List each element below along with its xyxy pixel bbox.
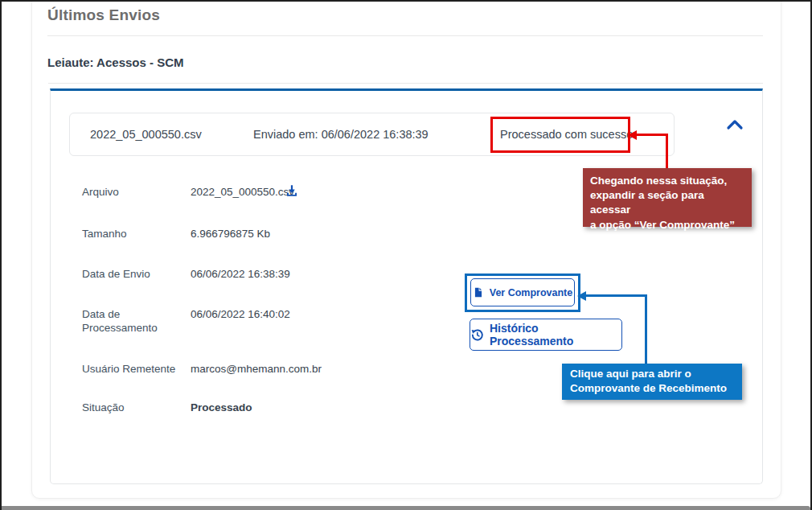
detail-value: marcos@mhemann.com.br [191,362,322,376]
layout-label: Leiaute: Acessos - SCM [47,56,184,69]
red-arrowhead [628,130,637,140]
divider-under-title [47,35,763,36]
view-receipt-button[interactable]: Ver Comprovante [470,278,575,306]
blue-callout-line: Comprovante de Recebimento [570,381,734,396]
page-title: Últimos Envios [47,6,160,24]
blue-arrow-line [585,294,647,297]
detail-label: Data de Processamento [82,307,187,335]
processing-history-button[interactable]: Histórico Processamento [470,319,622,351]
divider-under-layout [48,83,763,84]
detail-value: 6.966796875 Kb [191,227,270,241]
history-icon [470,328,484,342]
detail-label: Arquivo [82,185,187,199]
detail-label: Tamanho [82,227,187,241]
view-receipt-label: Ver Comprovante [490,287,573,298]
detail-value-status: Processado [191,401,252,414]
horizontal-scrollbar[interactable] [2,506,810,510]
chevron-up-icon[interactable] [725,117,744,132]
blue-callout-line: Clique aqui para abrir o [570,367,734,381]
submission-sent-at: Enviado em: 06/06/2022 16:38:39 [253,113,429,156]
red-callout-line: expandir a seção para acessar [590,188,744,217]
annotation-red-callout: Chegando nessa situação, expandir a seçã… [583,168,752,227]
red-arrow-line [636,134,668,136]
download-icon[interactable] [285,183,299,198]
annotation-blue-callout: Clique aqui para abrir o Comprovante de … [562,364,742,400]
detail-value: 06/06/2022 16:40:02 [191,307,290,321]
detail-value: 2022_05_000550.csv [191,185,294,199]
screen: Últimos Envios Leiaute: Acessos - SCM 20… [0,0,812,510]
detail-label: Situação [82,401,187,414]
file-icon [473,286,484,298]
blue-arrow-line [645,294,647,364]
detail-label: Data de Envio [82,267,187,281]
blue-arrowhead [577,291,586,301]
detail-label: Usuário Remetente [82,362,187,376]
submission-filename: 2022_05_000550.csv [90,113,202,156]
red-callout-line: a opção “Ver Comprovante” [590,218,744,232]
red-arrow-line [666,134,668,169]
red-callout-line: Chegando nessa situação, [590,174,744,188]
detail-value: 06/06/2022 16:38:39 [191,267,290,281]
processing-history-label: Histórico Processamento [490,322,621,348]
status-highlight-box [490,117,630,153]
